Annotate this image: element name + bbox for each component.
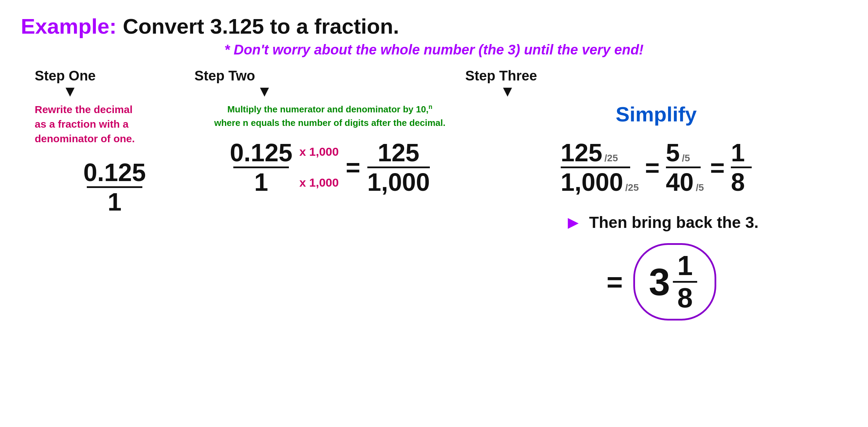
step-two-arrow: ▼ [257, 84, 272, 99]
frac-step1: 125 /25 1,000 /25 [561, 140, 639, 195]
example-label: Example: [21, 14, 117, 39]
frac3-num-row: 1 [731, 140, 745, 165]
fraction-two-left: 0.125 1 [230, 140, 292, 195]
frac3-num: 1 [731, 140, 745, 165]
step-three: Step Three ▼ Simplify 125 /25 1,000 /25 … [465, 68, 847, 321]
frac2-div-num: /5 [682, 153, 690, 163]
equals-s1: = [645, 153, 660, 182]
equals-two: = [346, 153, 360, 181]
step-two-result-den: 1,000 [367, 170, 430, 195]
step-two-num: 0.125 [230, 140, 292, 165]
frac1-div-den: /25 [625, 183, 639, 193]
step-two-fraction-row: 0.125 1 x 1,000 x 1,000 = 125 1,000 [230, 140, 430, 195]
multiplier-labels: x 1,000 x 1,000 [299, 145, 339, 189]
fraction-line-two [233, 166, 289, 168]
simplify-chain: 125 /25 1,000 /25 = 5 /5 40 / [561, 140, 752, 195]
fraction-one: 0.125 1 [83, 160, 146, 214]
steps-container: Step One ▼ Rewrite the decimal as a frac… [21, 68, 847, 321]
frac2-num: 5 [666, 140, 680, 165]
multiplier-top: x 1,000 [299, 145, 339, 159]
title-text: Convert 3.125 to a fraction. [123, 14, 399, 39]
bring-back-text: Then bring back the 3. [589, 213, 759, 232]
frac2-den: 40 [666, 170, 694, 195]
title-container: Example: Convert 3.125 to a fraction. [21, 14, 847, 39]
step-two: Step Two ▼ Multiply the numerator and de… [194, 68, 465, 195]
step-three-arrow: ▼ [500, 84, 515, 99]
simplify-label: Simplify [616, 102, 696, 126]
frac1-den-row: 1,000 /25 [561, 170, 639, 195]
step-one-description: Rewrite the decimal as a fraction with a… [35, 102, 135, 146]
equals-s2: = [710, 153, 725, 182]
step-one-arrow: ▼ [62, 84, 78, 99]
step-one-label: Step One [35, 68, 96, 84]
bring-back-arrow: ► [564, 212, 582, 233]
circled-answer: 3 1 8 [633, 243, 716, 321]
step-one-denominator: 1 [108, 189, 122, 214]
fraction-two-right: 125 1,000 [367, 140, 430, 195]
whole-number: 3 [649, 263, 670, 301]
frac1-div-num: /25 [604, 153, 618, 163]
step-one: Step One ▼ Rewrite the decimal as a frac… [21, 68, 194, 214]
step-one-numerator: 0.125 [83, 160, 146, 185]
frac3-den-row: 8 [731, 170, 745, 195]
fraction-line-two-right [367, 166, 430, 168]
step-two-result-num: 125 [378, 140, 419, 165]
frac1-num-row: 125 /25 [561, 140, 618, 165]
final-equals: = [607, 266, 623, 298]
frac-step3: 1 8 [731, 140, 752, 195]
final-frac-den: 8 [677, 284, 693, 312]
frac3-den: 8 [731, 170, 745, 195]
step-two-den: 1 [254, 170, 268, 195]
frac2-den-row: 40 /5 [666, 170, 704, 195]
frac1-num: 125 [561, 140, 602, 165]
bring-back-row: ► Then bring back the 3. [564, 212, 759, 233]
step-three-label: Step Three [465, 68, 537, 83]
final-answer-row: = 3 1 8 [607, 243, 716, 321]
frac1-den: 1,000 [561, 170, 623, 195]
final-fraction: 1 8 [673, 252, 697, 312]
frac-step2: 5 /5 40 /5 [666, 140, 704, 195]
step-one-fraction: 0.125 1 [83, 160, 146, 214]
subtitle: * Don't worry about the whole number (th… [21, 42, 847, 58]
step-two-description: Multiply the numerator and denominator b… [214, 102, 445, 130]
step-two-label: Step Two [194, 68, 255, 84]
multiplier-bottom: x 1,000 [299, 176, 339, 189]
final-frac-num: 1 [677, 252, 693, 280]
frac2-num-row: 5 /5 [666, 140, 690, 165]
frac2-div-den: /5 [696, 183, 704, 193]
